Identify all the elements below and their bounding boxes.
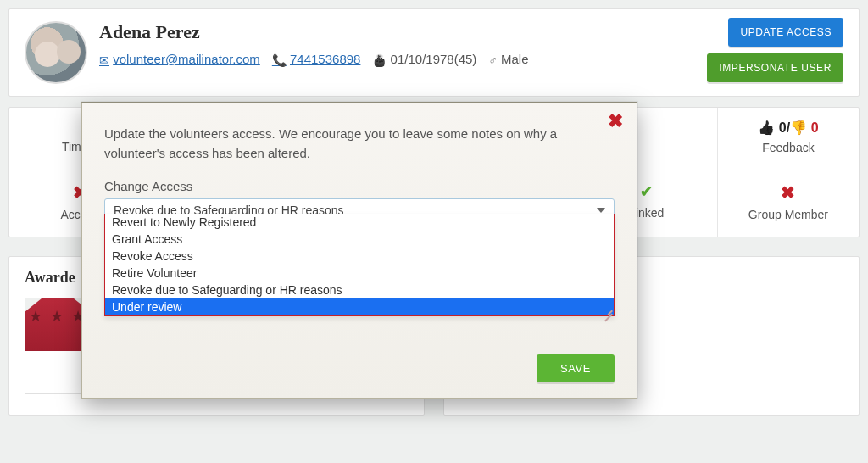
option-under-review[interactable]: Under review (105, 298, 614, 315)
change-access-dropdown[interactable]: Revert to Newly Registered Grant Access … (104, 214, 615, 316)
option-grant-access[interactable]: Grant Access (105, 231, 614, 248)
option-revert-newly-registered[interactable]: Revert to Newly Registered (105, 214, 614, 231)
modal-description: Update the volunteers access. We encoura… (104, 124, 581, 164)
textarea-resize-handle[interactable] (601, 303, 613, 315)
modal-overlay: ✖ Update the volunteers access. We encou… (0, 0, 868, 463)
modal-footer: SAVE (104, 354, 615, 382)
close-icon[interactable]: ✖ (608, 112, 623, 131)
change-access-label: Change Access (104, 179, 615, 193)
option-revoke-safeguarding[interactable]: Revoke due to Safeguarding or HR reasons (105, 282, 614, 298)
option-retire-volunteer[interactable]: Retire Volunteer (105, 265, 614, 282)
save-button[interactable]: SAVE (537, 354, 615, 382)
option-revoke-access[interactable]: Revoke Access (105, 248, 614, 265)
update-access-modal: ✖ Update the volunteers access. We encou… (81, 102, 637, 399)
